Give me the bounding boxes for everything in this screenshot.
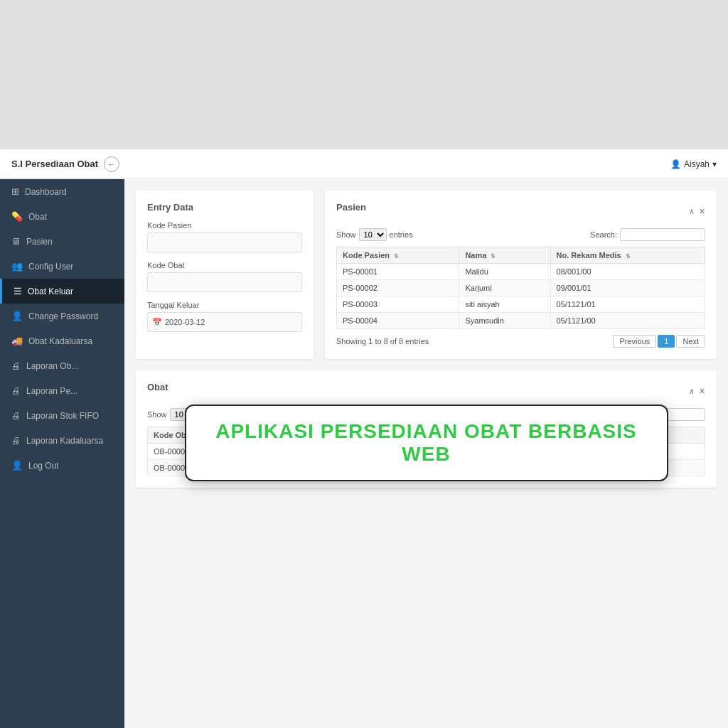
pasien-col-nama: Nama ⇅ <box>459 247 550 264</box>
pasien-page-1-btn[interactable]: 1 <box>658 335 675 348</box>
pasien-search-group: Search: <box>590 228 705 241</box>
kode-pasien-label: Kode Pasien <box>147 221 302 230</box>
sidebar-item-log-out[interactable]: 👤 Log Out <box>0 453 124 478</box>
pasien-pagination: Previous 1 Next <box>613 335 705 348</box>
pasien-kode-cell: PS-00001 <box>337 264 459 280</box>
laporan-kadaluarsa-icon: 🖨 <box>11 435 21 446</box>
pasien-show-select[interactable]: 10 25 50 <box>359 228 387 241</box>
sidebar-label-pasien: Pasien <box>26 237 53 247</box>
pasien-prev-btn[interactable]: Previous <box>613 335 656 348</box>
tanggal-keluar-label: Tanggal Keluar <box>147 301 302 309</box>
pasien-kode-cell: PS-00003 <box>337 296 459 313</box>
sidebar-item-dashboard[interactable]: ⊞ Dashboard <box>0 179 124 204</box>
sidebar-item-laporan-persediaan[interactable]: 🖨 Laporan Pe... <box>0 378 124 403</box>
pasien-card: Pasien ∧ ✕ Show 10 25 50 <box>325 191 717 359</box>
sidebar-item-change-password[interactable]: 👤 Change Password <box>0 304 124 328</box>
sidebar-item-obat-keluar[interactable]: ☰ Obat Keluar <box>0 279 124 304</box>
obat-close-btn[interactable]: ✕ <box>699 387 705 396</box>
sidebar-item-config-user[interactable]: 👥 Config User <box>0 254 124 279</box>
pasien-nama-cell: Malidu <box>459 264 550 280</box>
pasien-search-input[interactable] <box>620 228 705 241</box>
pasien-show-label: Show <box>336 230 356 239</box>
sidebar-item-laporan-kadaluarsa[interactable]: 🖨 Laporan Kadaluarsa <box>0 428 124 453</box>
pasien-table: Kode Pasien ⇅ Nama ⇅ No. Rekam Medis ⇅ P… <box>336 247 705 329</box>
kode-obat-label: Kode Obat <box>147 261 302 269</box>
back-button[interactable]: ← <box>104 156 119 172</box>
sidebar-label-obat-kadaluarsa: Obat Kadaluarsa <box>28 336 92 346</box>
overlay-banner: APLIKASI PERSEDIAAN OBAT BERBASIS WEB <box>185 405 668 481</box>
sidebar: ⊞ Dashboard 💊 Obat 🖥 Pasien 👥 Config Use… <box>0 179 124 728</box>
pasien-dt-footer: Showing 1 to 8 of 8 entries Previous 1 N… <box>336 335 705 348</box>
pasien-rekam-cell: 05/1121/00 <box>550 313 705 329</box>
pasien-icon: 🖥 <box>11 236 21 247</box>
pasien-card-controls: ∧ ✕ <box>689 207 705 216</box>
sidebar-label-logout: Log Out <box>28 461 59 471</box>
pasien-minimize-btn[interactable]: ∧ <box>689 207 695 216</box>
sidebar-item-laporan-stok-fifo[interactable]: 🖨 Laporan Stok FIFO <box>0 403 124 428</box>
sidebar-item-obat-kadaluarsa[interactable]: 🚚 Obat Kadaluarsa <box>0 328 124 353</box>
config-icon: 👥 <box>11 261 23 272</box>
kode-obat-group: Kode Obat <box>147 261 302 292</box>
pasien-rekam-cell: 05/1121/01 <box>550 296 705 313</box>
chevron-down-icon: ▾ <box>712 159 717 169</box>
header: S.I Persediaan Obat ← 👤 Aisyah ▾ <box>0 149 728 179</box>
obat-keluar-icon: ☰ <box>14 286 22 296</box>
obat-kadaluarsa-icon: 🚚 <box>11 336 23 346</box>
content-area: Entry Data Kode Pasien Kode Obat Tanggal… <box>124 179 728 728</box>
sidebar-label-laporan-kadaluarsa: Laporan Kadaluarsa <box>26 436 103 446</box>
user-menu[interactable]: 👤 Aisyah ▾ <box>670 159 717 169</box>
pasien-show-entries: Show 10 25 50 entries <box>336 228 413 241</box>
user-icon: 👤 <box>670 159 681 169</box>
kode-pasien-group: Kode Pasien <box>147 221 302 252</box>
pasien-title: Pasien <box>336 202 366 213</box>
pasien-search-label: Search: <box>590 230 617 239</box>
obat-card-controls: ∧ ✕ <box>689 387 705 396</box>
sidebar-label-laporan-stok: Laporan Stok FIFO <box>26 411 99 421</box>
pasien-rekam-cell: 08/001/00 <box>550 264 705 280</box>
kode-obat-input[interactable] <box>147 272 302 292</box>
sidebar-label-obat-keluar: Obat Keluar <box>28 287 73 296</box>
change-password-icon: 👤 <box>11 311 23 321</box>
pasien-nama-cell: Syamsudin <box>459 313 550 329</box>
sidebar-label-obat: Obat <box>28 212 47 222</box>
pasien-dt-controls: Show 10 25 50 entries Search: <box>336 228 705 241</box>
user-name: Aisyah <box>684 159 710 169</box>
sidebar-label-change-password: Change Password <box>28 311 98 321</box>
pasien-nama-cell: siti aisyah <box>459 296 550 313</box>
pasien-nama-cell: Karjumi <box>459 280 550 296</box>
sidebar-label-config: Config User <box>28 262 73 272</box>
obat-icon: 💊 <box>11 211 23 222</box>
table-row[interactable]: PS-00001 Malidu 08/001/00 <box>337 264 705 280</box>
obat-minimize-btn[interactable]: ∧ <box>689 387 695 396</box>
sidebar-item-obat[interactable]: 💊 Obat <box>0 204 124 229</box>
pasien-next-btn[interactable]: Next <box>676 335 705 348</box>
pasien-showing-info: Showing 1 to 8 of 8 entries <box>336 337 429 346</box>
table-row[interactable]: PS-00003 siti aisyah 05/1121/01 <box>337 296 705 313</box>
sidebar-label-laporan-obat: Laporan Ob... <box>26 361 78 371</box>
table-row[interactable]: PS-00004 Syamsudin 05/1121/00 <box>337 313 705 329</box>
dashboard-icon: ⊞ <box>11 186 19 197</box>
app-container: S.I Persediaan Obat ← 👤 Aisyah ▾ ⊞ Dashb… <box>0 149 728 728</box>
brand-title: S.I Persediaan Obat <box>11 159 98 169</box>
obat-title: Obat <box>147 382 168 392</box>
kode-pasien-input[interactable] <box>147 232 302 252</box>
sidebar-label-laporan-persediaan: Laporan Pe... <box>26 386 77 396</box>
pasien-entries-label: entries <box>390 230 413 239</box>
sidebar-item-pasien[interactable]: 🖥 Pasien <box>0 229 124 254</box>
pasien-card-header: Pasien ∧ ✕ <box>336 202 705 221</box>
entry-data-card: Entry Data Kode Pasien Kode Obat Tanggal… <box>136 191 314 359</box>
laporan-stok-icon: 🖨 <box>11 410 21 421</box>
sidebar-item-laporan-obat[interactable]: 🖨 Laporan Ob... <box>0 353 124 378</box>
tanggal-keluar-input[interactable]: 📅 2020-03-12 <box>147 312 302 332</box>
sidebar-label-dashboard: Dashboard <box>25 187 67 197</box>
main-layout: ⊞ Dashboard 💊 Obat 🖥 Pasien 👥 Config Use… <box>0 179 728 728</box>
top-gray-area <box>0 0 728 149</box>
entry-data-title: Entry Data <box>147 202 302 213</box>
table-row[interactable]: PS-00002 Karjumi 09/001/01 <box>337 280 705 296</box>
pasien-col-kode: Kode Pasien ⇅ <box>337 247 459 264</box>
overlay-banner-text: APLIKASI PERSEDIAAN OBAT BERBASIS WEB <box>215 420 637 465</box>
tanggal-keluar-group: Tanggal Keluar 📅 2020-03-12 <box>147 301 302 332</box>
pasien-kode-cell: PS-00002 <box>337 280 459 296</box>
pasien-close-btn[interactable]: ✕ <box>699 207 705 216</box>
pasien-kode-cell: PS-00004 <box>337 313 459 329</box>
